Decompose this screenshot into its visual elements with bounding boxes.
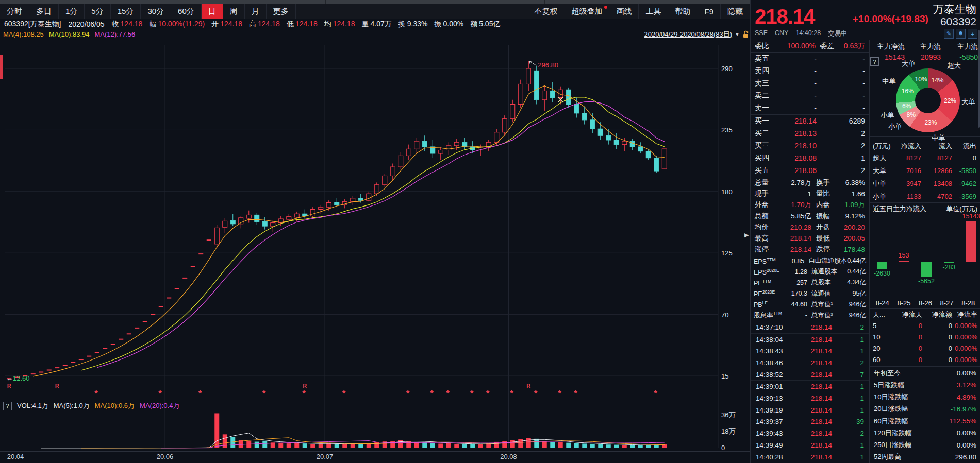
svg-text:235: 235	[721, 126, 733, 134]
stat-row: 总量2.78万换手6.38%	[751, 177, 869, 188]
collapse-panel-arrow[interactable]: ▶	[744, 232, 749, 238]
volume-legend-item: VOL:4.1万	[17, 401, 48, 410]
period-tab[interactable]: 1分	[59, 4, 85, 19]
weicha-label: 委差	[820, 42, 834, 51]
period-tab[interactable]: 多日	[29, 4, 59, 19]
toolbar-button[interactable]: 帮助	[668, 4, 697, 19]
ask-row[interactable]: 卖二--	[751, 90, 869, 102]
date-range-selector[interactable]: 2020/04/29-2020/08/28(83日)	[644, 30, 733, 39]
scrollbar[interactable]	[978, 30, 980, 128]
period-tab[interactable]: 更多	[267, 4, 296, 19]
help-icon[interactable]: ?	[3, 402, 12, 410]
time-sales-row[interactable]: 14:38:52218.147	[751, 369, 869, 381]
period-flow-row: 20000.000%	[870, 342, 980, 354]
time-sales-row[interactable]: 14:39:37218.1439	[751, 416, 869, 427]
toolbar-button[interactable]: 画线	[609, 4, 639, 19]
toolbar-button[interactable]: 隐藏	[721, 4, 750, 19]
svg-text:125: 125	[721, 249, 733, 257]
stat-row: 外盘1.70万内盘1.09万	[751, 199, 869, 211]
unlock-icon[interactable]	[742, 30, 749, 38]
candlestick-volume-chart[interactable]: 290235180125701536万18万020.0420.0620.0720…	[0, 0, 750, 463]
five-day-bar	[966, 221, 976, 262]
time-sales-row[interactable]: 14:38:46218.142	[751, 357, 869, 369]
bid-row[interactable]: 买三218.102	[751, 140, 869, 152]
divider	[870, 202, 980, 203]
svg-text:20.06: 20.06	[157, 453, 174, 460]
donut-category-label: 小单	[881, 111, 894, 120]
donut-category-label: 大单	[961, 97, 975, 107]
stock-code: 603392	[940, 15, 976, 28]
performance-row: 5日涨跌幅3.12%	[870, 379, 980, 391]
bid-row[interactable]: 买四218.081	[751, 152, 869, 164]
quote-info-bar: 603392[万泰生物] 2020/06/05 收124.18幅10.00%(1…	[0, 19, 754, 29]
bid-row[interactable]: 买二218.132	[751, 127, 869, 140]
time-sales-row[interactable]: 14:39:43218.142	[751, 427, 869, 439]
donut-percent-label: 16%	[902, 88, 914, 95]
period-tab[interactable]: 60分	[171, 4, 202, 19]
time-sales-row[interactable]: 14:38:04218.141	[751, 333, 869, 346]
ma-legend-item: MA(10):83.94	[49, 30, 90, 38]
add-watchlist-icon[interactable]: +	[968, 29, 977, 39]
bid-row[interactable]: 买一218.146289	[751, 115, 869, 127]
edit-icon[interactable]: ✎	[944, 29, 954, 39]
divider	[870, 366, 980, 367]
period-tab[interactable]: 15分	[111, 4, 141, 19]
quote-field: 振0.00%	[434, 20, 463, 29]
ask-row[interactable]: 卖三--	[751, 77, 869, 90]
svg-text:*: *	[198, 389, 202, 399]
ask-row[interactable]: 卖五--	[751, 53, 869, 65]
donut-category-label: 小单	[888, 122, 902, 131]
time-sales-row[interactable]: 14:39:13218.141	[751, 392, 869, 404]
time-sales-row[interactable]: 14:39:01218.141	[751, 380, 869, 392]
time-sales-row[interactable]: 14:38:43218.141	[751, 345, 869, 357]
main-inflow: 主力流20993	[911, 42, 941, 61]
donut-percent-label: 23%	[924, 119, 937, 126]
time-sales-row[interactable]: 14:37:10218.142	[751, 321, 869, 333]
ask-row[interactable]: 卖四--	[751, 65, 869, 77]
volume-legend-items: VOL:4.1万MA(5):1.0万MA(10):0.6万MA(20):0.4万	[17, 401, 179, 410]
five-day-value: 15143	[955, 213, 980, 220]
quote-field: 额5.05亿	[470, 20, 500, 29]
time-sales-row[interactable]: 14:39:19218.141	[751, 404, 869, 416]
volume-legend-item: MA(10):0.6万	[95, 401, 135, 410]
toolbar-buttons: 不复权超级叠加画线工具帮助F9隐藏	[527, 4, 750, 19]
period-tab[interactable]: 5分	[85, 4, 110, 19]
toolbar-button[interactable]: 超级叠加	[564, 4, 609, 19]
period-tab[interactable]: 日	[202, 4, 223, 19]
toolbar-button[interactable]: F9	[697, 4, 721, 19]
quote-field: 幅10.00%(11.29)	[149, 20, 205, 29]
five-day-date: 8-25	[893, 299, 915, 307]
svg-text:*: *	[342, 389, 346, 399]
period-tab[interactable]: 月	[245, 4, 267, 19]
period-tab[interactable]: 分时	[0, 4, 29, 19]
toolbar-button[interactable]: 工具	[639, 4, 668, 19]
time-sales-row[interactable]: 14:40:28218.141	[751, 451, 869, 463]
svg-text:290: 290	[721, 65, 733, 73]
five-day-date: 8-28	[957, 299, 979, 307]
svg-text:70: 70	[721, 311, 728, 319]
five-day-date: 8-27	[936, 299, 958, 307]
help-icon[interactable]: ?	[870, 57, 879, 66]
chevron-down-icon[interactable]: ▼	[735, 31, 740, 37]
ma-legend-item: MA(4):108.25	[3, 30, 44, 38]
svg-text:*: *	[510, 389, 513, 399]
quote-panel: 218.14 +10.00%(+19.83) 万泰生物 603392 SSE C…	[750, 0, 980, 463]
quote-header: 218.14 +10.00%(+19.83) 万泰生物 603392 SSE C…	[751, 0, 980, 40]
bid-row[interactable]: 买五218.062	[751, 164, 869, 177]
ask-row[interactable]: 卖一--	[751, 102, 869, 114]
fund-flow-row: 中单394713408-9462	[870, 177, 980, 190]
fund-flow-donut-chart: 14%22%23%8%6%16%10%	[896, 68, 960, 132]
svg-text:*: *	[302, 389, 306, 399]
time-sales-row[interactable]: 14:39:49218.141	[751, 439, 869, 451]
fundamentals: EPSTTM0.85自由流通股本0.44亿EPS2020E1.28流通股本0.4…	[751, 255, 869, 321]
donut-category-label: 大单	[902, 59, 916, 68]
alert-bell-icon[interactable]	[956, 29, 966, 39]
quote-field: 低124.18	[287, 20, 318, 29]
toolbar-button[interactable]: 不复权	[527, 4, 564, 19]
period-tab[interactable]: 30分	[141, 4, 171, 19]
svg-text:*: *	[430, 389, 434, 399]
five-day-date: 8-24	[872, 299, 893, 307]
time-sales-list: 14:37:10218.14214:38:04218.14114:38:4321…	[751, 321, 869, 463]
weibi-value: 100.00%	[787, 42, 816, 51]
period-tab[interactable]: 周	[223, 4, 245, 19]
